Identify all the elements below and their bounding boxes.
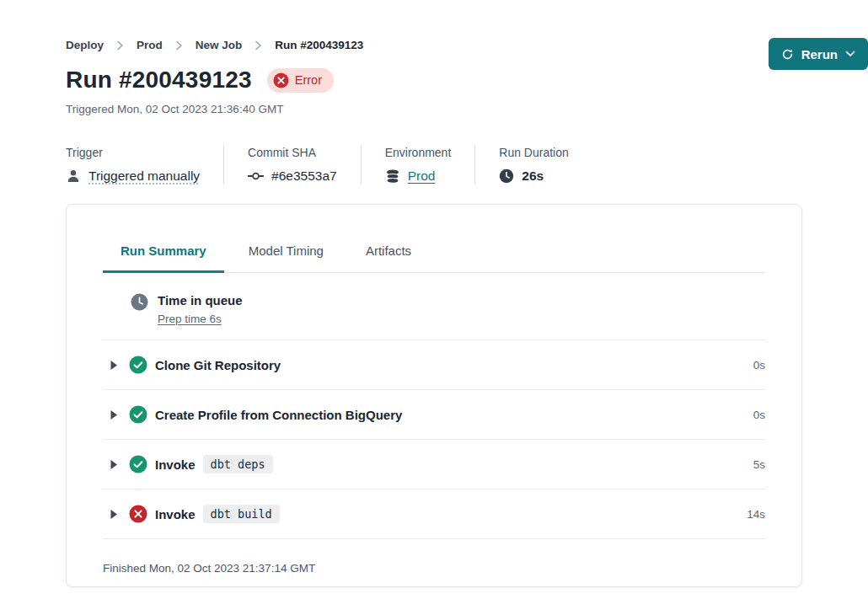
tab-bar: Run Summary Model Timing Artifacts [103,243,765,273]
environment-value-link[interactable]: Prod [408,168,436,184]
meta-environment-label: Environment [385,146,452,159]
run-meta-row: Trigger Triggered manually Commit SHA [66,146,802,184]
run-detail-page: Deploy Prod New Job Run #200439123 Run #… [0,0,868,587]
queue-title: Time in queue [158,293,243,308]
breadcrumb-prod[interactable]: Prod [137,39,163,51]
rerun-button-label: Rerun [801,47,838,62]
page-title: Run #200439123 [66,67,252,94]
step-title: Invoke [155,457,196,472]
tab-artifacts[interactable]: Artifacts [348,243,429,273]
tab-run-summary[interactable]: Run Summary [103,243,224,273]
chevron-right-icon [255,40,262,51]
trigger-value-link[interactable]: Triggered manually [88,168,200,184]
breadcrumb-deploy[interactable]: Deploy [66,39,104,51]
meta-environment: Environment Prod [362,146,476,184]
status-badge-label: Error [295,73,322,87]
step-duration: 0s [753,359,765,372]
step-row-dbt-deps[interactable]: Invoke dbt deps 5s [103,440,765,489]
database-icon [385,169,400,184]
error-circle-icon [273,72,289,88]
meta-duration-label: Run Duration [499,146,569,159]
command-code-chip: dbt deps [203,455,273,473]
success-check-icon [129,356,147,374]
status-badge: Error [267,68,334,93]
meta-commit: Commit SHA #6e3553a7 [224,146,362,184]
expand-triangle-icon[interactable] [110,509,118,520]
rerun-button[interactable]: Rerun [769,38,868,70]
chevron-right-icon [175,40,183,51]
breadcrumb-new-job[interactable]: New Job [196,39,243,51]
expand-triangle-icon[interactable] [110,409,118,420]
breadcrumb-current-run: Run #200439123 [275,39,363,51]
queue-clock-icon [131,293,148,311]
command-code-chip: dbt build [203,505,280,523]
breadcrumb: Deploy Prod New Job Run #200439123 [66,39,802,51]
meta-commit-label: Commit SHA [248,146,337,159]
person-icon [66,168,81,184]
step-title: Create Profile from Connection BigQuery [155,408,402,422]
step-duration: 14s [747,508,765,521]
step-row-dbt-build[interactable]: Invoke dbt build 14s [103,489,765,539]
prep-time-link[interactable]: Prep time 6s [158,313,243,325]
meta-trigger-label: Trigger [66,146,200,159]
meta-trigger: Trigger Triggered manually [66,146,224,184]
step-title: Invoke [155,507,196,521]
chevron-down-icon [845,51,855,57]
run-duration-value: 26s [522,168,544,184]
refresh-icon [781,48,794,61]
triggered-timestamp: Triggered Mon, 02 Oct 2023 21:36:40 GMT [66,103,802,115]
commit-sha-value: #6e3553a7 [271,168,337,184]
chevron-right-icon [116,40,124,51]
error-circle-icon [129,505,147,523]
tab-model-timing[interactable]: Model Timing [231,243,341,273]
step-row-create-profile[interactable]: Create Profile from Connection BigQuery … [103,390,765,440]
finished-timestamp: Finished Mon, 02 Oct 2023 21:37:14 GMT [103,562,765,575]
step-row-clone-git[interactable]: Clone Git Repository 0s [103,340,765,390]
success-check-icon [129,405,147,424]
git-commit-icon [248,171,264,181]
header: Run #200439123 Error [66,67,802,94]
meta-duration: Run Duration 26s [475,146,592,184]
success-check-icon [129,455,147,473]
step-duration: 5s [753,458,765,471]
expand-triangle-icon[interactable] [110,459,118,470]
clock-icon [499,168,514,184]
step-title: Clone Git Repository [155,358,281,372]
step-duration: 0s [753,409,765,421]
run-summary-card: Run Summary Model Timing Artifacts Time … [66,204,802,587]
expand-triangle-icon[interactable] [110,360,118,371]
time-in-queue-row: Time in queue Prep time 6s [103,273,765,340]
